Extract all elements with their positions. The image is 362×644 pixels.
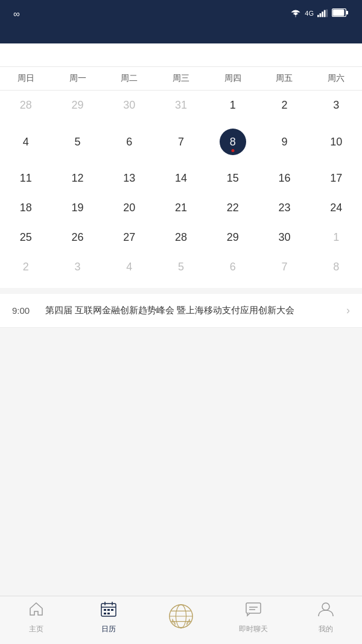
globe-icon [168, 604, 194, 629]
weekday-headers: 周日周一周二周三周四周五周六 [0, 66, 362, 91]
prev-month-button[interactable] [12, 54, 22, 59]
calendar-day[interactable]: 10 [310, 120, 362, 164]
calendar-day[interactable]: 21 [155, 193, 207, 223]
nav-chat-label: 即时聊天 [239, 624, 268, 634]
infinity-icon: ∞ [13, 8, 20, 19]
calendar-day[interactable]: 7 [259, 252, 311, 282]
svg-point-22 [180, 626, 182, 628]
calendar-day[interactable]: 12 [52, 164, 104, 193]
calendar-day[interactable]: 5 [155, 252, 207, 282]
calendar-day[interactable]: 23 [259, 193, 311, 223]
calendar-day[interactable]: 6 [103, 120, 155, 164]
calendar-day[interactable]: 28 [155, 223, 207, 252]
weekday-label: 周六 [310, 73, 362, 84]
svg-rect-4 [326, 10, 328, 18]
calendar-day[interactable]: 18 [0, 193, 52, 223]
calendar-day[interactable]: 5 [52, 120, 104, 164]
chat-icon [245, 601, 262, 622]
nav-home-label: 主页 [29, 624, 43, 634]
battery-icon [332, 8, 349, 19]
svg-rect-7 [346, 11, 348, 14]
calendar-day[interactable]: 8 [207, 120, 259, 164]
status-right: 4G [290, 8, 352, 19]
nav-calendar[interactable]: 日历 [72, 601, 145, 634]
svg-rect-13 [107, 609, 110, 611]
event-section: 9:00第四届 互联网金融创新趋势峰会 暨上海移动支付应用创新大会› [0, 294, 362, 328]
signal-icon [317, 9, 328, 18]
calendar-grid: 2829303112345678910111213141516171819202… [0, 91, 362, 282]
calendar-day[interactable]: 7 [155, 120, 207, 164]
next-month-button[interactable] [340, 54, 350, 59]
calendar-day[interactable]: 27 [103, 223, 155, 252]
svg-rect-12 [104, 609, 106, 611]
weekday-label: 周一 [52, 73, 104, 84]
calendar-day[interactable]: 31 [155, 91, 207, 120]
calendar-icon [100, 601, 117, 622]
weekday-label: 周三 [155, 73, 207, 84]
calendar-day[interactable]: 15 [207, 164, 259, 193]
calendar-day[interactable]: 30 [103, 91, 155, 120]
svg-rect-0 [317, 15, 319, 18]
calendar-day[interactable]: 19 [52, 193, 104, 223]
calendar-day[interactable]: 4 [103, 252, 155, 282]
nav-profile[interactable]: 我的 [290, 601, 362, 634]
profile-icon [317, 601, 334, 622]
calendar-day[interactable]: 2 [0, 252, 52, 282]
home-icon [28, 601, 45, 622]
bottom-nav: 主页 日历 [0, 596, 362, 644]
weekday-label: 周二 [103, 73, 155, 84]
calendar-day[interactable]: 25 [0, 223, 52, 252]
svg-rect-2 [322, 11, 323, 17]
calendar-day[interactable]: 20 [103, 193, 155, 223]
calendar-day[interactable]: 28 [0, 91, 52, 120]
event-time: 9:00 [12, 305, 45, 316]
calendar-day[interactable]: 22 [207, 193, 259, 223]
nav-chat[interactable]: 即时聊天 [217, 601, 290, 634]
chevron-right-icon: › [346, 304, 350, 317]
svg-rect-23 [246, 603, 261, 613]
calendar-day[interactable]: 9 [259, 120, 311, 164]
wifi-icon [290, 9, 301, 18]
nav-calendar-label: 日历 [101, 624, 116, 634]
svg-rect-16 [107, 613, 110, 614]
calendar-day[interactable]: 3 [310, 91, 362, 120]
calendar-day[interactable]: 6 [207, 252, 259, 282]
calendar-day[interactable]: 29 [52, 91, 104, 120]
status-bar: ∞ 4G [0, 0, 362, 27]
svg-rect-6 [333, 9, 345, 16]
calendar-day[interactable]: 14 [155, 164, 207, 193]
svg-rect-1 [320, 13, 322, 17]
calendar-day[interactable]: 13 [103, 164, 155, 193]
calendar-day[interactable]: 1 [207, 91, 259, 120]
svg-rect-3 [324, 10, 326, 18]
month-nav [0, 43, 362, 66]
calendar-day[interactable]: 17 [310, 164, 362, 193]
status-left: ∞ [10, 8, 20, 19]
svg-rect-14 [111, 609, 113, 611]
nav-profile-label: 我的 [319, 624, 333, 634]
svg-rect-15 [104, 613, 106, 614]
network-type: 4G [305, 10, 314, 17]
weekday-label: 周日 [0, 73, 52, 84]
calendar-day[interactable]: 4 [0, 120, 52, 164]
calendar-day[interactable]: 16 [259, 164, 311, 193]
calendar-day[interactable]: 24 [310, 193, 362, 223]
nav-home[interactable]: 主页 [0, 601, 72, 634]
event-item[interactable]: 9:00第四届 互联网金融创新趋势峰会 暨上海移动支付应用创新大会› [0, 294, 362, 328]
calendar-day[interactable]: 2 [259, 91, 311, 120]
calendar-day[interactable]: 29 [207, 223, 259, 252]
calendar-day[interactable]: 30 [259, 223, 311, 252]
weekday-label: 周四 [207, 73, 259, 84]
weekday-label: 周五 [259, 73, 311, 84]
calendar-container: 周日周一周二周三周四周五周六 2829303112345678910111213… [0, 43, 362, 288]
calendar-day[interactable]: 8 [310, 252, 362, 282]
event-text: 第四届 互联网金融创新趋势峰会 暨上海移动支付应用创新大会 [45, 304, 341, 317]
calendar-day[interactable]: 26 [52, 223, 104, 252]
calendar-day[interactable]: 3 [52, 252, 104, 282]
calendar-day[interactable]: 1 [310, 223, 362, 252]
nav-center[interactable] [145, 604, 217, 631]
page-header [0, 27, 362, 43]
calendar-day[interactable]: 11 [0, 164, 52, 193]
svg-point-26 [322, 603, 329, 610]
